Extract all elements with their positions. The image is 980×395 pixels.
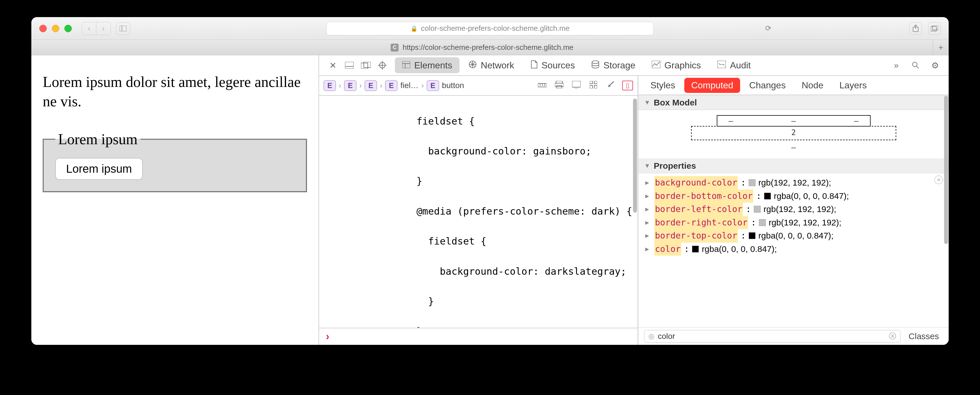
dom-line: } bbox=[319, 324, 638, 328]
computed-property-row[interactable]: ▶border-bottom-color: rgba(0, 0, 0, 0.84… bbox=[645, 190, 942, 203]
svg-rect-18 bbox=[652, 61, 660, 68]
console-prompt-icon: › bbox=[326, 331, 329, 342]
crumb-button[interactable]: E bbox=[427, 80, 439, 91]
console-drawer[interactable]: › bbox=[319, 328, 638, 345]
url-text: color-scheme-prefers-color-scheme.glitch… bbox=[421, 24, 570, 33]
chevron-icon: › bbox=[337, 81, 343, 90]
search-icon[interactable] bbox=[909, 59, 923, 72]
svg-rect-19 bbox=[718, 61, 726, 68]
computed-property-row[interactable]: ▶border-top-color: rgba(0, 0, 0, 0.847); bbox=[645, 229, 942, 242]
svg-rect-5 bbox=[932, 25, 938, 30]
page-button[interactable]: Lorem ipsum bbox=[55, 158, 143, 180]
tab-storage-label: Storage bbox=[603, 60, 635, 71]
dom-line: background-color: darkslategray; bbox=[319, 264, 638, 279]
storage-icon bbox=[592, 61, 600, 70]
computed-property-row[interactable]: ▶color: rgba(0, 0, 0, 0.847); bbox=[645, 242, 942, 256]
reload-button[interactable]: ⟳ bbox=[761, 22, 775, 35]
tab-layers[interactable]: Layers bbox=[832, 78, 873, 93]
new-tab-button[interactable]: + bbox=[933, 40, 949, 55]
svg-point-20 bbox=[913, 62, 917, 67]
tab-elements[interactable]: Elements bbox=[395, 57, 460, 73]
scrollbar[interactable] bbox=[943, 76, 949, 345]
browser-tab[interactable]: C https://color-scheme-prefers-color-sch… bbox=[31, 40, 933, 55]
forward-button[interactable]: › bbox=[96, 22, 111, 35]
computed-property-row[interactable]: ▶border-right-color: rgb(192, 192, 192); bbox=[645, 216, 942, 229]
back-button[interactable]: ‹ bbox=[82, 22, 96, 35]
box-model-header[interactable]: ▼ Box Model bbox=[638, 95, 949, 110]
tab-audit[interactable]: Audit bbox=[710, 57, 758, 73]
overflow-icon[interactable]: » bbox=[889, 59, 903, 72]
tabs-icon bbox=[931, 25, 938, 32]
inspect-element-icon[interactable] bbox=[375, 59, 389, 72]
tab-audit-label: Audit bbox=[730, 60, 751, 71]
crumb-head[interactable]: E bbox=[344, 80, 356, 91]
window-controls bbox=[39, 25, 72, 32]
grid-icon[interactable] bbox=[588, 81, 599, 90]
print-icon[interactable] bbox=[554, 81, 565, 90]
property-value: rgb(192, 192, 192); bbox=[768, 216, 841, 229]
dom-line: background-color: gainsboro; bbox=[319, 143, 638, 159]
disclosure-triangle-icon: ▼ bbox=[644, 99, 651, 106]
filter-input[interactable]: ◎ color ⓧ bbox=[644, 330, 900, 342]
devtools-toolbar: ✕ Elements Network Sources bbox=[319, 55, 949, 76]
computed-property-row[interactable]: ▶background-color: rgb(192, 192, 192); bbox=[645, 176, 942, 190]
minimize-window-button[interactable] bbox=[52, 25, 59, 32]
properties-header[interactable]: ▼ Properties bbox=[638, 158, 949, 173]
graphics-icon bbox=[652, 61, 660, 70]
tab-sources-label: Sources bbox=[542, 60, 575, 71]
sidebar-tabs: Styles Computed Changes Node Layers bbox=[638, 76, 949, 95]
sidebar-toggle-button[interactable] bbox=[116, 22, 130, 35]
color-swatch[interactable] bbox=[754, 206, 760, 213]
close-window-button[interactable] bbox=[39, 25, 47, 32]
scrollbar[interactable] bbox=[632, 96, 638, 328]
color-swatch[interactable] bbox=[749, 179, 756, 186]
tab-computed[interactable]: Computed bbox=[684, 78, 740, 93]
dock-side-icon[interactable] bbox=[359, 59, 372, 72]
tabs-overview-button[interactable] bbox=[928, 22, 941, 35]
breadcrumb-tools: ▯ bbox=[537, 81, 633, 90]
tab-network[interactable]: Network bbox=[461, 57, 521, 73]
share-button[interactable] bbox=[909, 22, 922, 35]
safari-window: ‹ › 🔒 color-scheme-prefers-color-scheme.… bbox=[31, 17, 949, 345]
classes-button[interactable]: Classes bbox=[905, 331, 943, 341]
computed-property-row[interactable]: ▶border-left-color: rgb(192, 192, 192); bbox=[645, 202, 942, 216]
color-swatch[interactable] bbox=[764, 193, 771, 199]
rendered-page: Lorem ipsum dolor sit amet, legere ancil… bbox=[31, 55, 319, 345]
crumb-fieldset[interactable]: E bbox=[385, 80, 398, 91]
scope-icon[interactable]: ≡ bbox=[934, 175, 943, 184]
page-legend: Lorem ipsum bbox=[55, 131, 140, 148]
color-swatch[interactable] bbox=[749, 232, 756, 239]
gear-icon[interactable]: ⚙ bbox=[928, 59, 942, 72]
tab-graphics[interactable]: Graphics bbox=[644, 57, 708, 73]
color-swatch[interactable] bbox=[759, 219, 766, 226]
tab-storage[interactable]: Storage bbox=[584, 57, 643, 73]
close-devtools-button[interactable]: ✕ bbox=[326, 59, 340, 72]
crumb-body[interactable]: E bbox=[365, 80, 377, 91]
sidebar-icon bbox=[120, 25, 126, 31]
property-name: color bbox=[654, 242, 681, 256]
dom-line: } bbox=[319, 294, 638, 309]
dom-tree[interactable]: fieldset { background-color: gainsboro; … bbox=[319, 96, 638, 328]
brush-icon[interactable] bbox=[605, 81, 616, 90]
filter-value: color bbox=[658, 332, 675, 341]
device-icon[interactable] bbox=[571, 81, 582, 90]
ruler-icon[interactable] bbox=[537, 81, 547, 90]
maximize-window-button[interactable] bbox=[64, 25, 72, 32]
tab-styles[interactable]: Styles bbox=[644, 78, 682, 93]
dock-bottom-icon[interactable] bbox=[342, 59, 356, 72]
url-bar[interactable]: 🔒 color-scheme-prefers-color-scheme.glit… bbox=[326, 22, 654, 35]
network-icon bbox=[469, 61, 477, 70]
tab-bar: C https://color-scheme-prefers-color-sch… bbox=[31, 40, 949, 55]
devtools-body: E › E › E › E fiel… › E button bbox=[319, 76, 949, 345]
clear-filter-icon[interactable]: ⓧ bbox=[889, 331, 896, 341]
elements-breadcrumb: E › E › E › E fiel… › E button bbox=[319, 76, 638, 96]
compositing-borders-icon[interactable]: ▯ bbox=[622, 81, 633, 90]
tab-changes[interactable]: Changes bbox=[742, 78, 792, 93]
color-swatch[interactable] bbox=[692, 246, 699, 253]
svg-rect-13 bbox=[402, 61, 410, 68]
crumb-html[interactable]: E bbox=[324, 80, 336, 91]
sources-icon bbox=[531, 60, 538, 71]
disclosure-triangle-icon: ▶ bbox=[645, 204, 652, 214]
tab-node[interactable]: Node bbox=[795, 78, 830, 93]
tab-sources[interactable]: Sources bbox=[523, 57, 582, 73]
